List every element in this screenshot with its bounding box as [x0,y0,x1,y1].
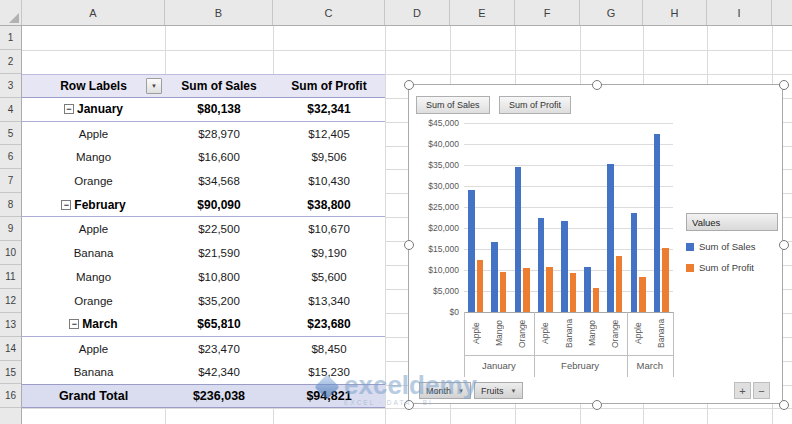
column-header-f[interactable]: F [515,0,580,25]
pivot-cell-sales[interactable]: $23,470 [165,337,273,361]
bar-sum-of-profit[interactable] [477,260,484,312]
pivot-header-cell[interactable]: Sum of Profit [273,75,385,97]
row-labels-filter-button[interactable]: ▼ [146,78,162,94]
column-header-g[interactable]: G [580,0,643,25]
pivot-cell-sales[interactable]: $42,340 [165,360,273,384]
row-header-14[interactable]: 14 [0,337,21,361]
pivot-cell-profit[interactable]: $23,680 [273,313,385,336]
bar-sum-of-sales[interactable] [584,267,591,312]
collapse-minus-icon[interactable]: − [61,200,71,210]
pivot-cell-label[interactable]: Mango [22,145,165,169]
bar-sum-of-sales[interactable] [515,167,522,312]
row-header-15[interactable]: 15 [0,361,21,385]
pivot-cell-label[interactable]: Banana [22,360,165,384]
selection-handle[interactable] [592,80,602,90]
row-header-16[interactable]: 16 [0,385,21,409]
bar-sum-of-profit[interactable] [523,268,530,312]
pivot-cell-label[interactable]: Apple [22,217,165,241]
column-header-b[interactable]: B [165,0,273,25]
pivot-cell-profit[interactable]: $9,190 [273,241,385,265]
pivot-cell-label[interactable]: Grand Total [22,385,165,407]
pivot-cell-sales[interactable]: $80,138 [165,98,273,121]
bar-sum-of-profit[interactable] [593,288,600,312]
pivot-cell-sales[interactable]: $16,600 [165,145,273,169]
pivot-cell-sales[interactable]: $21,590 [165,241,273,265]
pivot-cell-profit[interactable]: $38,800 [273,193,385,216]
select-all-corner[interactable] [0,0,22,25]
pivot-cell-profit[interactable]: $9,506 [273,145,385,169]
pivot-cell-label[interactable]: Orange [22,289,165,313]
selection-handle[interactable] [779,240,789,250]
row-header-7[interactable]: 7 [0,169,21,193]
bar-sum-of-sales[interactable] [468,190,475,312]
bar-sum-of-profit[interactable] [500,272,507,312]
pivot-cell-label[interactable]: −January [22,98,165,121]
pivot-cell-sales[interactable]: $28,970 [165,122,273,146]
bar-sum-of-sales[interactable] [561,221,568,312]
row-header-5[interactable]: 5 [0,122,21,146]
row-header-8[interactable]: 8 [0,193,21,217]
row-header-3[interactable]: 3 [0,74,21,98]
selection-handle[interactable] [779,80,789,90]
pivot-cell-profit[interactable]: $10,670 [273,217,385,241]
selection-handle[interactable] [592,400,602,410]
selection-handle[interactable] [404,80,414,90]
pivot-cell-label[interactable]: −February [22,193,165,216]
legend-entry[interactable]: Sum of Sales [686,241,778,252]
bar-sum-of-profit[interactable] [662,248,669,312]
bar-sum-of-sales[interactable] [631,213,638,312]
selection-handle[interactable] [779,400,789,410]
pivot-cell-label[interactable]: Orange [22,169,165,193]
pivot-cell-label[interactable]: Apple [22,337,165,361]
pivot-cell-sales[interactable]: $10,800 [165,265,273,289]
row-header-6[interactable]: 6 [0,146,21,170]
collapse-minus-icon[interactable]: − [69,319,79,329]
pivot-cell-label[interactable]: Banana [22,241,165,265]
collapse-entire-field-button[interactable]: − [753,382,770,399]
column-header-d[interactable]: D [385,0,450,25]
pivot-cell-sales[interactable]: $22,500 [165,217,273,241]
bar-sum-of-profit[interactable] [570,273,577,312]
row-header-4[interactable]: 4 [0,98,21,122]
pivot-cell-sales[interactable]: $90,090 [165,193,273,216]
bar-sum-of-profit[interactable] [546,267,553,312]
pivot-cell-profit[interactable]: $12,405 [273,122,385,146]
bar-sum-of-sales[interactable] [538,218,545,313]
row-header-1[interactable]: 1 [0,26,21,50]
pivot-cell-sales[interactable]: $35,200 [165,289,273,313]
pivot-cell-sales[interactable]: $34,568 [165,169,273,193]
column-header-h[interactable]: H [643,0,707,25]
row-header-9[interactable]: 9 [0,217,21,241]
bar-sum-of-profit[interactable] [639,277,646,312]
column-header-i[interactable]: I [707,0,772,25]
pivot-cell-profit[interactable]: $13,340 [273,289,385,313]
bar-sum-of-profit[interactable] [616,256,623,312]
expand-entire-field-button[interactable]: + [734,382,751,399]
pivot-cell-label[interactable]: Apple [22,122,165,146]
column-header-c[interactable]: C [273,0,385,25]
row-header-12[interactable]: 12 [0,289,21,313]
selection-handle[interactable] [404,400,414,410]
pivot-cell-profit[interactable]: $15,230 [273,360,385,384]
pivot-cell-profit[interactable]: $10,430 [273,169,385,193]
pivot-cell-sales[interactable]: $236,038 [165,385,273,407]
pivot-cell-profit[interactable]: $94,821 [273,385,385,407]
pivot-cell-label[interactable]: −March [22,313,165,336]
pivot-header-cell[interactable]: Row Labels▼ [22,75,165,97]
selection-handle[interactable] [404,240,414,250]
bar-sum-of-sales[interactable] [491,242,498,312]
field-button-sum-of-profit[interactable]: Sum of Profit [499,96,571,114]
legend-entry[interactable]: Sum of Profit [686,262,778,273]
pivot-header-cell[interactable]: Sum of Sales [165,75,273,97]
pivot-cell-profit[interactable]: $8,450 [273,337,385,361]
bar-sum-of-sales[interactable] [654,134,661,312]
pivot-cell-sales[interactable]: $65,810 [165,313,273,336]
collapse-minus-icon[interactable]: − [64,104,74,114]
legend[interactable]: Values Sum of SalesSum of Profit [686,213,778,273]
column-header-e[interactable]: E [450,0,515,25]
field-button-sum-of-sales[interactable]: Sum of Sales [416,96,490,114]
pivot-cell-profit[interactable]: $5,600 [273,265,385,289]
row-header-10[interactable]: 10 [0,241,21,265]
row-header-11[interactable]: 11 [0,265,21,289]
pivot-cell-label[interactable]: Mango [22,265,165,289]
